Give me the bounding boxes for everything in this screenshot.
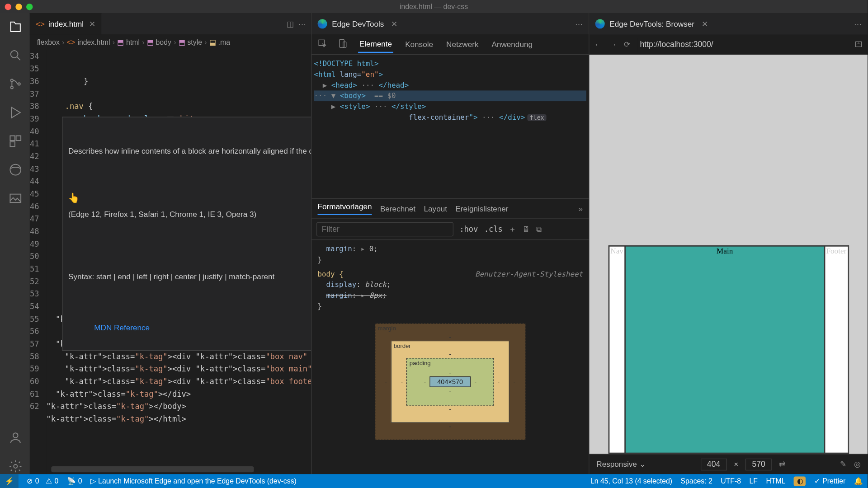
- split-editor-icon[interactable]: ◫: [287, 19, 294, 28]
- browser-viewport: Nav Main Footer: [590, 55, 868, 454]
- language-status[interactable]: HTML: [766, 477, 785, 485]
- chevron-down-icon: ⌄: [639, 460, 646, 469]
- svg-point-0: [11, 51, 18, 58]
- search-icon[interactable]: [8, 47, 23, 63]
- hov-toggle[interactable]: :hov: [459, 225, 478, 234]
- forward-icon[interactable]: →: [609, 40, 617, 49]
- edge-icon: [595, 19, 605, 28]
- svg-rect-12: [340, 39, 344, 47]
- source-control-icon[interactable]: [8, 76, 23, 92]
- svg-point-10: [14, 465, 17, 468]
- url-input[interactable]: [637, 37, 848, 52]
- more-icon[interactable]: ⋯: [575, 19, 583, 28]
- inspect-icon[interactable]: ⮹: [855, 40, 863, 49]
- breadcrumb[interactable]: flexbox› <> index.html› ⬒ html› ⬒ body› …: [30, 34, 311, 50]
- styles-filter-input[interactable]: [316, 222, 453, 236]
- device-icon[interactable]: [338, 39, 347, 50]
- viewport-height-input[interactable]: [745, 458, 772, 470]
- extensions-icon[interactable]: [8, 133, 23, 149]
- mdn-reference-link[interactable]: MDN Reference: [94, 324, 150, 333]
- styles-rules[interactable]: margin: ▸ 0; } Benutzer-Agent-Stylesheet…: [311, 240, 589, 315]
- close-icon[interactable]: ✕: [391, 19, 397, 28]
- box-model: margin - - border - - padding -: [311, 315, 589, 451]
- explorer-icon[interactable]: [8, 19, 23, 34]
- notifications-icon[interactable]: 🔔: [854, 477, 863, 485]
- svg-point-3: [18, 83, 20, 85]
- tab-elements[interactable]: Elemente: [358, 36, 393, 53]
- hover-syntax: Syntax: start | end | left | right | cen…: [68, 271, 311, 283]
- account-icon[interactable]: [8, 430, 23, 446]
- prettier-status[interactable]: ✓ Prettier: [814, 477, 845, 485]
- svg-point-1: [11, 79, 13, 81]
- tab-console[interactable]: Konsole: [404, 36, 434, 52]
- hover-compat: (Edge 12, Firefox 1, Safari 1, Chrome 1,…: [68, 208, 311, 220]
- device-icon[interactable]: 🖥: [522, 225, 530, 234]
- devtools-title: Edge DevTools: [332, 19, 384, 28]
- page-nav: Nav: [609, 246, 625, 453]
- code-area[interactable]: } .nav { background-color: white; text-a…: [46, 50, 311, 474]
- styles-toolbar: :hov .cls ＋ 🖥 ⧉: [311, 219, 589, 240]
- reload-icon[interactable]: ⟳: [624, 40, 630, 49]
- encoding-status[interactable]: UTF-8: [721, 477, 741, 485]
- window-title: index.html — dev-css: [0, 2, 868, 10]
- indent-status[interactable]: Spaces: 2: [680, 477, 712, 485]
- tab-computed[interactable]: Berechnet: [380, 204, 415, 213]
- close-icon[interactable]: ✕: [702, 19, 708, 28]
- more-icon[interactable]: ⋯: [854, 19, 862, 28]
- tab-network[interactable]: Netzwerk: [445, 36, 480, 52]
- eol-status[interactable]: LF: [750, 477, 758, 485]
- tab-styles[interactable]: Formatvorlagen: [317, 202, 372, 215]
- status-bar: ⚡ ⊘ 0 ⚠ 0 📡 0 ▷ Launch Microsoft Edge an…: [0, 474, 868, 488]
- eyedropper-icon[interactable]: ✎: [840, 460, 846, 469]
- debug-icon[interactable]: [8, 105, 23, 120]
- hover-tooltip: Describes how inline contents of a block…: [62, 117, 311, 351]
- svg-rect-11: [319, 40, 324, 45]
- tab-application[interactable]: Anwendung: [491, 36, 534, 52]
- responsive-bar: Responsive⌄ × ⇄ ✎ ◎: [590, 454, 868, 474]
- dom-tree[interactable]: <!DOCTYPE html> <html lang="en"> ▶ <head…: [311, 55, 589, 127]
- editor-panel: <> index.html ✕ ◫ ⋯ flexbox› <> index.ht…: [30, 13, 311, 474]
- launch-hint[interactable]: ▷ Launch Microsoft Edge and open the Edg…: [90, 477, 297, 485]
- svg-point-2: [11, 86, 13, 89]
- panel-icon[interactable]: ⧉: [536, 224, 542, 234]
- rotate-icon[interactable]: ⇄: [779, 460, 785, 469]
- devtools-header: Edge DevTools ✕ ⋯: [311, 13, 589, 34]
- line-gutter: 3435363738394041424344454647484950515253…: [30, 50, 46, 474]
- tab-filename: index.html: [48, 19, 84, 28]
- viewport-width-input[interactable]: [701, 458, 727, 470]
- devtools-panel: Edge DevTools ✕ ⋯ Elemente Konsole Netzw…: [311, 13, 589, 474]
- cls-toggle[interactable]: .cls: [484, 225, 503, 234]
- new-rule-icon[interactable]: ＋: [509, 224, 516, 235]
- url-bar: ← → ⟳ ⮹: [590, 34, 868, 55]
- svg-rect-13: [343, 42, 346, 47]
- responsive-select[interactable]: Responsive⌄: [596, 460, 646, 469]
- box-model-content: 404×570: [429, 376, 471, 387]
- svg-rect-5: [16, 136, 21, 141]
- editor-tab-index[interactable]: <> index.html ✕: [30, 13, 102, 34]
- image-preview-icon[interactable]: [8, 191, 23, 206]
- tab-listeners[interactable]: Ereignislistener: [455, 204, 508, 213]
- more-tabs-icon[interactable]: »: [578, 204, 583, 213]
- tab-layout[interactable]: Layout: [424, 204, 447, 213]
- inspect-icon[interactable]: [317, 39, 327, 50]
- more-icon[interactable]: ⋯: [298, 19, 306, 28]
- errors-count[interactable]: ⊘ 0 ⚠ 0: [27, 477, 58, 485]
- close-icon[interactable]: ✕: [89, 19, 95, 28]
- ports-count[interactable]: 📡 0: [67, 477, 82, 485]
- remote-icon[interactable]: ⚡: [0, 474, 19, 488]
- hover-description: Describes how inline contents of a block…: [68, 145, 311, 157]
- browser-panel: Edge DevTools: Browser ✕ ⋯ ← → ⟳ ⮹ Nav M…: [589, 13, 868, 474]
- activity-bar: [0, 13, 30, 474]
- svg-rect-8: [10, 194, 21, 202]
- rendered-page: Nav Main Footer: [608, 245, 849, 454]
- editor-body[interactable]: 3435363738394041424344454647484950515253…: [30, 50, 311, 474]
- horizontal-scrollbar[interactable]: [51, 466, 254, 472]
- edge-badge-icon[interactable]: ◐: [794, 476, 806, 486]
- settings-icon[interactable]: [8, 459, 23, 474]
- back-icon[interactable]: ←: [594, 40, 602, 49]
- target-icon[interactable]: ◎: [854, 460, 860, 469]
- devtools-toolbar: Elemente Konsole Netzwerk Anwendung: [311, 34, 589, 55]
- browser-title: Edge DevTools: Browser: [609, 19, 694, 28]
- cursor-position[interactable]: Ln 45, Col 13 (4 selected): [590, 477, 672, 485]
- edge-tools-icon[interactable]: [8, 162, 23, 177]
